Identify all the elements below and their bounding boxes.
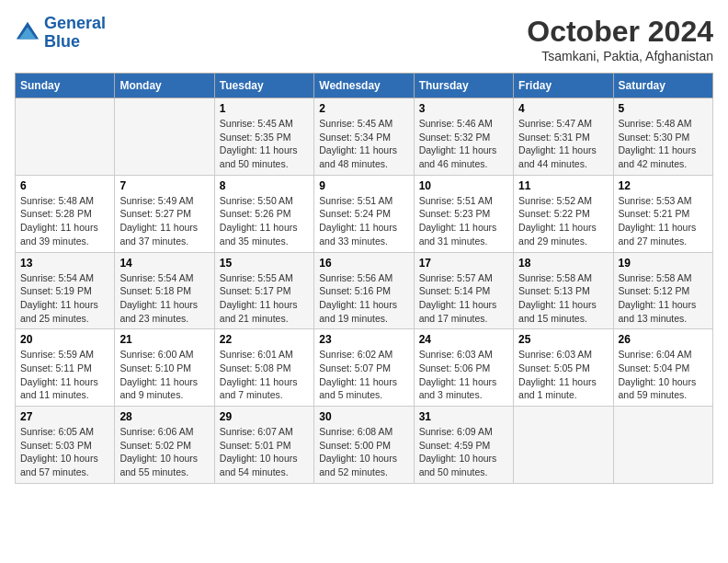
day-number: 14 xyxy=(119,257,209,270)
day-info: Sunrise: 5:59 AMSunset: 5:11 PMDaylight:… xyxy=(20,348,109,402)
day-number: 23 xyxy=(319,333,408,346)
day-info: Sunrise: 5:51 AMSunset: 5:24 PMDaylight:… xyxy=(319,194,408,248)
day-number: 6 xyxy=(20,179,109,192)
header-cell-thursday: Thursday xyxy=(414,74,513,98)
calendar-cell: 19Sunrise: 5:58 AMSunset: 5:12 PMDayligh… xyxy=(613,252,712,329)
header-row: SundayMondayTuesdayWednesdayThursdayFrid… xyxy=(16,74,713,98)
calendar-cell: 29Sunrise: 6:07 AMSunset: 5:01 PMDayligh… xyxy=(214,407,313,484)
calendar-cell: 16Sunrise: 5:56 AMSunset: 5:16 PMDayligh… xyxy=(314,252,414,329)
calendar-cell: 31Sunrise: 6:09 AMSunset: 4:59 PMDayligh… xyxy=(414,407,513,484)
logo-icon xyxy=(15,20,40,46)
header-cell-wednesday: Wednesday xyxy=(314,74,414,98)
calendar-cell: 6Sunrise: 5:48 AMSunset: 5:28 PMDaylight… xyxy=(16,175,115,252)
calendar-week-0: 1Sunrise: 5:45 AMSunset: 5:35 PMDaylight… xyxy=(16,98,713,176)
calendar-cell xyxy=(16,98,115,176)
day-number: 2 xyxy=(319,102,408,115)
day-info: Sunrise: 6:07 AMSunset: 5:01 PMDaylight:… xyxy=(220,425,309,479)
calendar-cell: 30Sunrise: 6:08 AMSunset: 5:00 PMDayligh… xyxy=(314,407,414,484)
day-number: 8 xyxy=(220,179,309,192)
day-number: 12 xyxy=(619,179,708,192)
day-number: 20 xyxy=(20,333,109,346)
day-number: 17 xyxy=(419,257,508,270)
day-info: Sunrise: 6:00 AMSunset: 5:10 PMDaylight:… xyxy=(119,348,209,402)
day-info: Sunrise: 5:50 AMSunset: 5:26 PMDaylight:… xyxy=(220,194,309,248)
day-info: Sunrise: 6:03 AMSunset: 5:05 PMDaylight:… xyxy=(518,348,608,402)
day-info: Sunrise: 6:02 AMSunset: 5:07 PMDaylight:… xyxy=(319,348,408,402)
day-number: 31 xyxy=(419,410,508,423)
day-number: 27 xyxy=(20,410,109,423)
day-number: 24 xyxy=(419,333,508,346)
day-info: Sunrise: 6:05 AMSunset: 5:03 PMDaylight:… xyxy=(20,425,109,479)
calendar-cell: 26Sunrise: 6:04 AMSunset: 5:04 PMDayligh… xyxy=(613,329,712,407)
day-number: 29 xyxy=(220,410,309,423)
day-number: 9 xyxy=(319,179,408,192)
calendar-cell: 8Sunrise: 5:50 AMSunset: 5:26 PMDaylight… xyxy=(214,175,313,252)
day-info: Sunrise: 6:08 AMSunset: 5:00 PMDaylight:… xyxy=(319,425,408,479)
day-number: 22 xyxy=(220,333,309,346)
calendar-cell: 5Sunrise: 5:48 AMSunset: 5:30 PMDaylight… xyxy=(613,98,712,176)
calendar-cell: 1Sunrise: 5:45 AMSunset: 5:35 PMDaylight… xyxy=(214,98,313,176)
day-info: Sunrise: 6:09 AMSunset: 4:59 PMDaylight:… xyxy=(419,425,508,479)
day-info: Sunrise: 5:46 AMSunset: 5:32 PMDaylight:… xyxy=(419,117,508,171)
day-info: Sunrise: 5:54 AMSunset: 5:19 PMDaylight:… xyxy=(20,271,109,326)
day-number: 30 xyxy=(319,410,408,423)
calendar-cell xyxy=(514,407,613,484)
calendar-week-1: 6Sunrise: 5:48 AMSunset: 5:28 PMDaylight… xyxy=(16,175,713,252)
day-info: Sunrise: 5:55 AMSunset: 5:17 PMDaylight:… xyxy=(220,271,309,326)
day-number: 13 xyxy=(20,257,109,270)
day-info: Sunrise: 6:03 AMSunset: 5:06 PMDaylight:… xyxy=(419,348,508,402)
logo-line2: Blue xyxy=(44,32,80,51)
calendar-cell: 25Sunrise: 6:03 AMSunset: 5:05 PMDayligh… xyxy=(514,329,613,407)
calendar-table: SundayMondayTuesdayWednesdayThursdayFrid… xyxy=(15,73,713,484)
calendar-cell: 27Sunrise: 6:05 AMSunset: 5:03 PMDayligh… xyxy=(16,407,115,484)
calendar-cell: 17Sunrise: 5:57 AMSunset: 5:14 PMDayligh… xyxy=(414,252,513,329)
logo: General Blue xyxy=(15,15,106,52)
calendar-cell: 22Sunrise: 6:01 AMSunset: 5:08 PMDayligh… xyxy=(214,329,313,407)
day-number: 25 xyxy=(518,333,608,346)
calendar-cell: 12Sunrise: 5:53 AMSunset: 5:21 PMDayligh… xyxy=(613,175,712,252)
day-info: Sunrise: 5:57 AMSunset: 5:14 PMDaylight:… xyxy=(419,271,508,326)
calendar-cell: 4Sunrise: 5:47 AMSunset: 5:31 PMDaylight… xyxy=(514,98,613,176)
calendar-cell xyxy=(613,407,712,484)
logo-line1: General xyxy=(44,14,106,32)
calendar-cell: 9Sunrise: 5:51 AMSunset: 5:24 PMDaylight… xyxy=(314,175,414,252)
day-info: Sunrise: 5:58 AMSunset: 5:12 PMDaylight:… xyxy=(619,271,708,326)
calendar-cell: 11Sunrise: 5:52 AMSunset: 5:22 PMDayligh… xyxy=(514,175,613,252)
calendar-week-3: 20Sunrise: 5:59 AMSunset: 5:11 PMDayligh… xyxy=(16,329,713,407)
day-info: Sunrise: 5:45 AMSunset: 5:34 PMDaylight:… xyxy=(319,117,408,171)
day-info: Sunrise: 5:52 AMSunset: 5:22 PMDaylight:… xyxy=(518,194,608,248)
day-number: 5 xyxy=(619,102,708,115)
calendar-week-4: 27Sunrise: 6:05 AMSunset: 5:03 PMDayligh… xyxy=(16,407,713,484)
day-info: Sunrise: 5:58 AMSunset: 5:13 PMDaylight:… xyxy=(518,271,608,326)
title-block: October 2024 Tsamkani, Paktia, Afghanist… xyxy=(527,15,713,63)
calendar-cell: 10Sunrise: 5:51 AMSunset: 5:23 PMDayligh… xyxy=(414,175,513,252)
page-header: General Blue October 2024 Tsamkani, Pakt… xyxy=(15,15,713,63)
day-number: 19 xyxy=(619,257,708,270)
day-number: 11 xyxy=(518,179,608,192)
month-title: October 2024 xyxy=(527,15,713,49)
header-cell-friday: Friday xyxy=(514,74,613,98)
calendar-header: SundayMondayTuesdayWednesdayThursdayFrid… xyxy=(16,74,713,98)
day-number: 28 xyxy=(119,410,209,423)
day-info: Sunrise: 5:51 AMSunset: 5:23 PMDaylight:… xyxy=(419,194,508,248)
logo-text: General Blue xyxy=(44,15,106,52)
calendar-cell: 24Sunrise: 6:03 AMSunset: 5:06 PMDayligh… xyxy=(414,329,513,407)
calendar-body: 1Sunrise: 5:45 AMSunset: 5:35 PMDaylight… xyxy=(16,98,713,484)
header-cell-sunday: Sunday xyxy=(16,74,115,98)
calendar-cell: 23Sunrise: 6:02 AMSunset: 5:07 PMDayligh… xyxy=(314,329,414,407)
day-number: 4 xyxy=(518,102,608,115)
calendar-cell: 20Sunrise: 5:59 AMSunset: 5:11 PMDayligh… xyxy=(16,329,115,407)
calendar-cell: 2Sunrise: 5:45 AMSunset: 5:34 PMDaylight… xyxy=(314,98,414,176)
day-info: Sunrise: 5:56 AMSunset: 5:16 PMDaylight:… xyxy=(319,271,408,326)
day-info: Sunrise: 5:48 AMSunset: 5:30 PMDaylight:… xyxy=(619,117,708,171)
calendar-cell xyxy=(115,98,214,176)
day-info: Sunrise: 6:06 AMSunset: 5:02 PMDaylight:… xyxy=(119,425,209,479)
day-info: Sunrise: 6:04 AMSunset: 5:04 PMDaylight:… xyxy=(619,348,708,402)
calendar-cell: 7Sunrise: 5:49 AMSunset: 5:27 PMDaylight… xyxy=(115,175,214,252)
day-number: 7 xyxy=(119,179,209,192)
day-info: Sunrise: 6:01 AMSunset: 5:08 PMDaylight:… xyxy=(220,348,309,402)
day-number: 26 xyxy=(619,333,708,346)
day-info: Sunrise: 5:49 AMSunset: 5:27 PMDaylight:… xyxy=(119,194,209,248)
day-number: 15 xyxy=(220,257,309,270)
day-info: Sunrise: 5:47 AMSunset: 5:31 PMDaylight:… xyxy=(518,117,608,171)
